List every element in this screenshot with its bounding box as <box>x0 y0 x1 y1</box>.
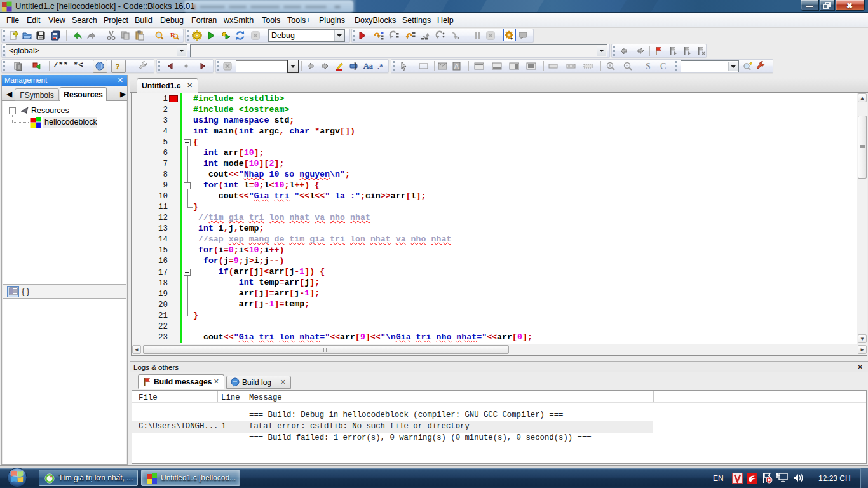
svg-text:A: A <box>454 63 459 70</box>
svg-text:?: ? <box>116 62 120 71</box>
svg-text:C: C <box>660 62 666 71</box>
svg-text:Aa: Aa <box>363 62 373 71</box>
svg-text:.*: .* <box>377 62 383 71</box>
svg-text:S: S <box>646 62 651 71</box>
